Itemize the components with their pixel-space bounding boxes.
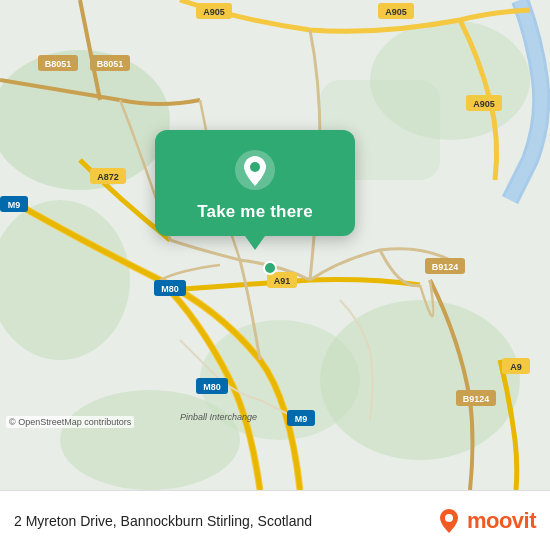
svg-point-6	[60, 390, 240, 490]
svg-text:A91: A91	[274, 276, 291, 286]
address-text: 2 Myreton Drive, Bannockburn Stirling, S…	[14, 513, 435, 529]
svg-text:A905: A905	[473, 99, 495, 109]
bottom-bar: 2 Myreton Drive, Bannockburn Stirling, S…	[0, 490, 550, 550]
tooltip-label: Take me there	[197, 202, 313, 222]
svg-text:A872: A872	[97, 172, 119, 182]
svg-text:B9124: B9124	[432, 262, 459, 272]
svg-text:B9124: B9124	[463, 394, 490, 404]
svg-text:M9: M9	[8, 200, 21, 210]
svg-text:B8051: B8051	[97, 59, 124, 69]
pinball-interchange-label: Pinball Interchange	[180, 412, 257, 422]
moovit-pin-icon	[435, 507, 463, 535]
svg-text:A9: A9	[510, 362, 522, 372]
take-me-there-button[interactable]: Take me there	[155, 130, 355, 236]
svg-text:A905: A905	[203, 7, 225, 17]
svg-text:M9: M9	[295, 414, 308, 424]
svg-point-38	[250, 162, 260, 172]
location-pin-icon	[233, 148, 277, 192]
svg-text:A905: A905	[385, 7, 407, 17]
svg-text:M80: M80	[161, 284, 179, 294]
svg-text:B8051: B8051	[45, 59, 72, 69]
moovit-wordmark: moovit	[467, 508, 536, 534]
svg-point-39	[445, 514, 453, 522]
osm-attribution: © OpenStreetMap contributors	[6, 416, 134, 428]
moovit-logo[interactable]: moovit	[435, 507, 536, 535]
svg-point-36	[264, 262, 276, 274]
map-container: A905 A905 A905 B8051 B8051 A872 M9 M9 M8…	[0, 0, 550, 490]
svg-text:M80: M80	[203, 382, 221, 392]
